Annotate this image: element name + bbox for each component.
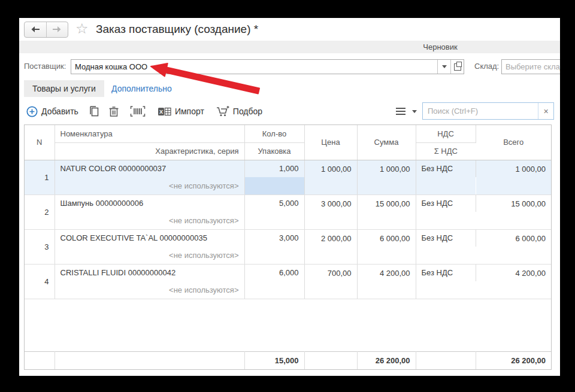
- document-window: ☆ Заказ поставщику (создание) * Черновик…: [19, 18, 560, 376]
- barcode-icon: [130, 106, 146, 117]
- tab-additional[interactable]: Дополнительно: [108, 80, 175, 97]
- cell-nomenclature[interactable]: Шампунь 00000000006: [55, 195, 244, 212]
- more-menu-button[interactable]: [395, 107, 417, 116]
- status-badge: Черновик: [423, 42, 457, 51]
- cell-characteristic[interactable]: <не используются>: [55, 177, 244, 195]
- cell-qty[interactable]: 5,000: [244, 195, 304, 212]
- totals-total: 26 200,00: [476, 351, 551, 369]
- header-row-2: Характеристика, серия Упаковка Σ НДС: [25, 142, 551, 160]
- cell-total[interactable]: 4 200,00: [476, 264, 551, 299]
- cell-vat[interactable]: Без НДС: [416, 229, 476, 247]
- cell-total[interactable]: 15 000,00: [476, 195, 551, 229]
- col-header-package[interactable]: Упаковка: [244, 142, 304, 160]
- col-header-nomenclature[interactable]: Номенклатура: [55, 125, 244, 142]
- totals-price-cell: [304, 351, 357, 369]
- tab-bar: Товары и услуги Дополнительно: [19, 80, 560, 98]
- chevron-down-icon: [442, 65, 447, 68]
- cell-price[interactable]: 1 000,00: [304, 160, 357, 195]
- cell-vat[interactable]: Без НДС: [416, 160, 476, 177]
- totals-qty: 15,000: [244, 351, 304, 369]
- cell-sum[interactable]: 1 000,00: [357, 160, 416, 195]
- col-header-sum[interactable]: Сумма: [357, 125, 416, 160]
- cell-price[interactable]: 2 000,00: [304, 229, 357, 264]
- table-row-characteristic[interactable]: <не используются>: [25, 281, 551, 299]
- cell-characteristic[interactable]: <не используются>: [55, 281, 244, 299]
- table-row[interactable]: 1 NATUR COLOR 00000000037 1,000 1 000,00…: [25, 160, 551, 177]
- supplier-open-button[interactable]: [450, 60, 464, 74]
- cell-characteristic[interactable]: <не используются>: [55, 247, 244, 264]
- cell-package[interactable]: [244, 212, 304, 229]
- row-number: 1: [25, 160, 55, 195]
- cell-vat[interactable]: Без НДС: [416, 264, 476, 281]
- delete-row-button[interactable]: [108, 106, 119, 117]
- cell-total[interactable]: 6 000,00: [476, 229, 551, 264]
- forward-button[interactable]: [47, 22, 68, 37]
- cell-characteristic[interactable]: <не используются>: [55, 212, 244, 229]
- excel-import-icon: X: [158, 107, 171, 117]
- cell-qty[interactable]: 1,000: [244, 160, 304, 177]
- nav-buttons: [24, 22, 68, 38]
- chevron-down-icon: [412, 110, 417, 113]
- totals-n-cell: [25, 351, 55, 369]
- cell-total[interactable]: 1 000,00: [476, 160, 551, 195]
- svg-text:X: X: [159, 109, 163, 115]
- cell-nomenclature[interactable]: COLOR EXECUTIVE TA`AL 00000000035: [55, 229, 244, 247]
- cell-package[interactable]: [244, 281, 304, 299]
- warehouse-input[interactable]: [501, 59, 560, 74]
- table-row[interactable]: 4 CRISTALLI FLUIDI 00000000042 6,000 700…: [25, 264, 551, 281]
- cell-price[interactable]: 3 000,00: [304, 195, 357, 229]
- table-row-characteristic[interactable]: <не используются>: [25, 177, 551, 195]
- table-empty-area[interactable]: [25, 299, 551, 351]
- search-input[interactable]: [423, 107, 538, 116]
- copy-row-button[interactable]: [88, 105, 100, 117]
- row-number: 2: [25, 195, 55, 229]
- barcode-button[interactable]: [130, 106, 146, 117]
- cell-sum-vat[interactable]: [416, 281, 476, 299]
- copy-icon: [88, 105, 100, 117]
- col-header-price[interactable]: Цена: [304, 125, 357, 160]
- cell-qty[interactable]: 3,000: [244, 229, 304, 247]
- import-button-label: Импорт: [175, 107, 204, 116]
- hamburger-menu-icon: [395, 107, 406, 116]
- cell-vat[interactable]: Без НДС: [416, 195, 476, 212]
- clear-search-button[interactable]: ×: [538, 107, 553, 116]
- table-row[interactable]: 3 COLOR EXECUTIVE TA`AL 00000000035 3,00…: [25, 229, 551, 247]
- cell-sum-vat[interactable]: [416, 247, 476, 264]
- col-header-sum-vat[interactable]: Σ НДС: [416, 142, 476, 160]
- table-row[interactable]: 2 Шампунь 00000000006 5,000 3 000,00 15 …: [25, 195, 551, 212]
- supplier-dropdown-button[interactable]: [437, 60, 450, 74]
- pick-button[interactable]: Подбор: [216, 105, 262, 117]
- col-header-total[interactable]: Всего: [476, 125, 551, 160]
- items-grid: N Номенклатура Кол-во Цена Сумма НДС Все…: [25, 125, 551, 299]
- cell-qty[interactable]: 6,000: [244, 264, 304, 281]
- cell-sum-vat[interactable]: [416, 177, 476, 195]
- totals-vat-cell: [416, 351, 476, 369]
- col-header-qty[interactable]: Кол-во: [244, 125, 304, 142]
- cell-package[interactable]: [244, 247, 304, 264]
- cell-sum-vat[interactable]: [416, 212, 476, 229]
- search-box: ×: [422, 102, 554, 120]
- cell-sum[interactable]: 6 000,00: [357, 229, 416, 264]
- header-row-1: N Номенклатура Кол-во Цена Сумма НДС Все…: [25, 125, 551, 142]
- col-header-n[interactable]: N: [25, 125, 55, 160]
- cell-nomenclature[interactable]: NATUR COLOR 00000000037: [55, 160, 244, 177]
- cell-sum[interactable]: 4 200,00: [357, 264, 416, 299]
- import-button[interactable]: X Импорт: [158, 107, 204, 117]
- add-button[interactable]: Добавить: [26, 106, 78, 117]
- row-number: 3: [25, 229, 55, 264]
- col-header-characteristic[interactable]: Характеристика, серия: [55, 142, 244, 160]
- back-button[interactable]: [25, 22, 47, 37]
- supplier-input[interactable]: [71, 60, 437, 74]
- table-row-characteristic[interactable]: <не используются>: [25, 247, 551, 264]
- tab-goods-services[interactable]: Товары и услуги: [24, 80, 104, 97]
- cell-package-selected[interactable]: [244, 177, 304, 195]
- forward-arrow-icon: [52, 25, 62, 35]
- add-button-label: Добавить: [41, 107, 78, 116]
- col-header-vat[interactable]: НДС: [416, 125, 476, 142]
- cell-nomenclature[interactable]: CRISTALLI FLUIDI 00000000042: [55, 264, 244, 281]
- back-arrow-icon: [30, 25, 40, 35]
- table-row-characteristic[interactable]: <не используются>: [25, 212, 551, 229]
- cell-price[interactable]: 700,00: [304, 264, 357, 299]
- favorite-star-icon[interactable]: ☆: [75, 21, 89, 37]
- cell-sum[interactable]: 15 000,00: [357, 195, 416, 229]
